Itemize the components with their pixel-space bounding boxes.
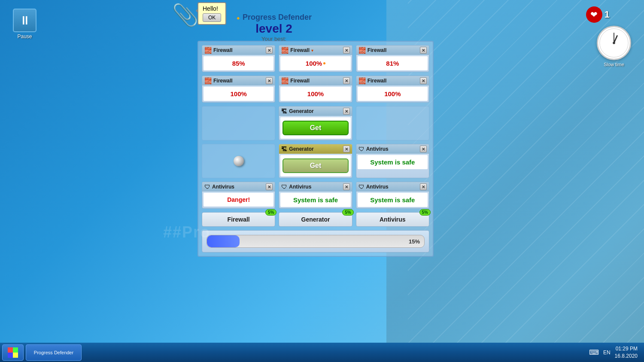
widget-title-3: Firewall	[368, 47, 387, 53]
alert-dot-2: ▾	[311, 48, 313, 53]
generator-icon-2: 🏗	[281, 146, 287, 152]
antivirus-header-2: 🛡 Antivirus ✕	[202, 182, 275, 192]
antivirus-body-4: System is safe	[358, 193, 428, 207]
widget-value-5: 100%	[307, 90, 324, 97]
widget-header-3: 🧱 Firewall ✕	[356, 46, 429, 55]
svg-rect-4	[8, 347, 13, 353]
widget-grid-row2: 🧱 Firewall ✕ 100% 🧱 Firewall ✕ 100%	[202, 76, 429, 103]
widget-title-5: Firewall	[290, 78, 310, 84]
clock-label: Slow time	[597, 62, 631, 67]
antivirus-value-2: Danger!	[227, 196, 250, 203]
clock-widget[interactable]: Slow time	[597, 26, 631, 67]
start-button[interactable]	[2, 344, 24, 361]
widget-close-6[interactable]: ✕	[420, 77, 427, 84]
antivirus-icon-2: 🛡	[204, 183, 210, 190]
widget-body-4: 100%	[204, 87, 273, 101]
widget-close-5[interactable]: ✕	[343, 77, 350, 84]
antivirus-icon-1: 🛡	[358, 146, 365, 152]
firewall-widget-2: 🧱 Firewall ▾ ✕ 100%	[279, 45, 352, 72]
widget-close-1[interactable]: ✕	[266, 47, 273, 54]
speech-bubble: Hello! OK	[197, 2, 226, 25]
widget-header-4: 🧱 Firewall ✕	[202, 76, 275, 85]
widget-close-4[interactable]: ✕	[266, 77, 273, 84]
firewall-widget-3: 🧱 Firewall ✕ 81%	[356, 45, 429, 72]
purchase-firewall-button[interactable]: Firewall 5%	[202, 212, 275, 227]
widget-body-3: 81%	[358, 56, 428, 70]
hearts-display: ❤ 1	[586, 6, 610, 23]
svg-rect-6	[8, 353, 13, 358]
widget-close-2[interactable]: ✕	[343, 47, 350, 54]
widget-title-1: Firewall	[213, 47, 233, 53]
antivirus-close-1[interactable]: ✕	[420, 146, 427, 152]
widget-value-2: 100%	[306, 60, 322, 67]
antivirus-body-3: System is safe	[280, 193, 350, 207]
heart-count: 1	[605, 9, 610, 20]
generator-title-1: Generator	[289, 108, 313, 114]
game-area: 🧱 Firewall ✕ 85% 🧱 Firewall ▾ ✕ 100%	[197, 41, 434, 257]
firewall-widget-5: 🧱 Firewall ✕ 100%	[279, 76, 352, 103]
taskbar-right: ⌨ EN 01:29 PM 16.8.2020	[589, 345, 642, 360]
antivirus-close-4[interactable]: ✕	[420, 183, 427, 190]
generator-header-2: 🏗 Generator ✕	[279, 144, 352, 154]
widget-body-5: 100%	[280, 87, 350, 101]
game-taskbar-button[interactable]: Progress Defender	[26, 344, 82, 361]
antivirus-widget-4: 🛡 Antivirus ✕ System is safe	[356, 182, 429, 209]
ok-button[interactable]: OK	[203, 13, 221, 22]
antivirus-title-1: Antivirus	[366, 146, 389, 152]
widget-close-3[interactable]: ✕	[420, 47, 427, 54]
purchase-firewall-badge: 5%	[265, 209, 276, 216]
progress-bar-label: 15%	[409, 238, 420, 245]
get-button-2[interactable]: Get	[283, 158, 348, 173]
generator-widget-2: 🏗 Generator ✕ Get	[279, 144, 352, 178]
widget-grid-row4: 🏗 Generator ✕ Get 🛡 Antivirus ✕ System i…	[202, 144, 429, 178]
heart-icon: ❤	[586, 6, 602, 23]
generator-title-2: Generator	[289, 146, 313, 152]
purchase-row: Firewall 5% Generator 5% Antivirus 5%	[202, 212, 429, 227]
antivirus-close-3[interactable]: ✕	[343, 183, 350, 190]
small-dot-2	[323, 62, 325, 64]
generator-body-1: Get	[280, 117, 350, 139]
progress-area: 15%	[202, 230, 429, 252]
antivirus-widget-1: 🛡 Antivirus ✕ System is safe	[356, 144, 429, 178]
antivirus-body-1: System is safe	[358, 155, 428, 169]
firewall-widget-4: 🧱 Firewall ✕ 100%	[202, 76, 275, 103]
game-header: ⬥ Progress Defender level 2 Your best:	[236, 13, 312, 42]
pause-button[interactable]: ⏸ Pause	[13, 9, 36, 40]
taskbar-time: 01:29 PM	[615, 345, 638, 353]
purchase-antivirus-badge: 5%	[419, 209, 431, 216]
widget-value-1: 85%	[232, 60, 245, 67]
ball	[234, 156, 244, 166]
firewall-icon-4: 🧱	[204, 77, 212, 84]
antivirus-close-2[interactable]: ✕	[266, 183, 273, 190]
antivirus-value-3: System is safe	[293, 196, 338, 204]
get-button-1[interactable]: Get	[283, 121, 348, 135]
firewall-widget-1: 🧱 Firewall ✕ 85%	[202, 45, 275, 72]
taskbar-language: EN	[603, 350, 611, 356]
generator-widget-1: 🏗 Generator ✕ Get	[279, 106, 352, 140]
assistant-widget: 📎 Hello! OK	[172, 0, 197, 39]
antivirus-body-2: Danger!	[204, 193, 273, 207]
generator-close-1[interactable]: ✕	[343, 108, 350, 115]
antivirus-title-4: Antivirus	[366, 184, 389, 190]
purchase-generator-button[interactable]: Generator 5%	[279, 212, 352, 227]
widget-title-4: Firewall	[213, 78, 233, 84]
progress-bar-fill	[207, 235, 240, 247]
antivirus-icon-3: 🛡	[281, 183, 287, 190]
antivirus-header-3: 🛡 Antivirus ✕	[279, 182, 352, 192]
widget-body-6: 100%	[358, 87, 428, 101]
taskbar: Progress Defender ⌨ EN 01:29 PM 16.8.202…	[0, 343, 644, 362]
widget-value-3: 81%	[386, 60, 399, 67]
firewall-icon-6: 🧱	[358, 77, 366, 84]
antivirus-header-4: 🛡 Antivirus ✕	[356, 182, 429, 192]
widget-title-2: Firewall	[290, 47, 310, 53]
progress-bar-container: 15%	[207, 235, 425, 248]
purchase-antivirus-button[interactable]: Antivirus 5%	[356, 212, 429, 227]
antivirus-header-1: 🛡 Antivirus ✕	[356, 144, 429, 154]
generator-close-2[interactable]: ✕	[343, 146, 350, 152]
firewall-icon-5: 🧱	[281, 77, 289, 84]
assistant-message: Hello!	[203, 5, 221, 12]
taskbar-clock: 01:29 PM 16.8.2020	[615, 345, 638, 360]
clock-face	[597, 26, 631, 60]
svg-point-3	[613, 42, 615, 44]
empty-slot-2	[356, 106, 429, 140]
